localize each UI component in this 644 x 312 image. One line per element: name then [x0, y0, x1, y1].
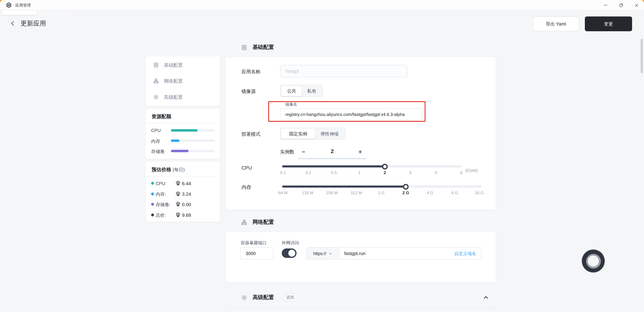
memory-tick[interactable]: 512 M: [351, 191, 362, 195]
deploy-mode-label: 部署模式: [242, 131, 260, 137]
app-name-input[interactable]: [280, 65, 408, 77]
price-row-cpu: CPU: 6.44: [146, 181, 220, 186]
sidebar-item-basic-config[interactable]: 基础配置: [146, 57, 220, 73]
container-port-input[interactable]: [240, 247, 274, 259]
cpu-tick[interactable]: 0.2: [306, 170, 311, 175]
token-coin-icon: [175, 191, 181, 196]
price-value: 0.00: [182, 202, 191, 207]
total-color-dot: [151, 213, 154, 216]
estimated-price-card: 预估价格 (每日) CPU: 6.44 内存: 3.24 存储卷: 0.00 总…: [146, 162, 220, 222]
memory-tick[interactable]: 64 M: [278, 191, 288, 195]
network-config-card: 网络配置 容器暴露端口 外网访问 https:// 自定义域名 + 添加端口: [226, 213, 496, 282]
image-name-input[interactable]: [280, 108, 422, 120]
restore-icon: [618, 3, 624, 8]
vertical-scrollbar[interactable]: [641, 39, 643, 73]
domain-input[interactable]: [339, 248, 434, 259]
token-coin-icon: [175, 181, 181, 186]
basic-config-card: 基础配置 应用名称 镜像源 公共 私有 镜像名 部署模式 固定实例 弹性伸缩 实…: [226, 38, 496, 210]
domain-field: 自定义域名: [339, 248, 481, 259]
memory-tick[interactable]: 16 G: [475, 191, 484, 195]
toggle-knob: [288, 250, 296, 257]
memory-tick[interactable]: 4 G: [427, 191, 433, 195]
storage-color-dot: [151, 203, 154, 206]
price-title: 预估价格 (每日): [152, 166, 185, 173]
deploy-mode-fixed-option[interactable]: 固定实例: [281, 129, 315, 139]
price-label: 内存:: [156, 191, 166, 197]
cpu-tick-selected[interactable]: 2: [384, 170, 386, 175]
quota-bar-memory-fill: [171, 139, 180, 142]
divider: [146, 123, 220, 123]
back-button[interactable]: [9, 20, 17, 27]
memory-slider-handle[interactable]: [403, 184, 409, 189]
memory-tick[interactable]: 1 G: [378, 191, 384, 195]
custom-domain-link[interactable]: 自定义域名: [454, 248, 476, 259]
token-coin-icon: [175, 212, 181, 217]
gear-icon: [153, 94, 159, 100]
memory-tick-selected[interactable]: 2 G: [402, 191, 409, 195]
price-title-text: 预估价格: [152, 167, 171, 172]
external-access-label: 外网访问: [282, 240, 299, 246]
price-value: 6.44: [182, 181, 191, 186]
app-name-label: 应用名称: [242, 69, 260, 75]
sidebar-item-label: 高级配置: [164, 94, 183, 100]
replicas-decrement-button[interactable]: −: [299, 147, 308, 157]
advanced-config-header[interactable]: 高级配置: [226, 288, 496, 307]
quota-bar-cpu-fill: [171, 129, 198, 132]
replicas-increment-button[interactable]: +: [356, 147, 365, 157]
cpu-slider-track[interactable]: 0.1 0.2 0.5 1 2 3 4 8: [282, 165, 462, 167]
cpu-tick[interactable]: 4: [435, 170, 437, 175]
memory-tick[interactable]: 256 M: [326, 191, 338, 195]
app-window: 应用管理 更新应用 导出 Yaml 变更 配置表单 YAML 文件 基础配置 网…: [0, 0, 644, 312]
title-bar: 应用管理: [0, 0, 644, 10]
cpu-tick[interactable]: 8: [460, 170, 462, 175]
close-button[interactable]: [630, 0, 644, 10]
sidebar-item-label: 基础配置: [164, 62, 183, 68]
click-indicator: [582, 249, 605, 273]
memory-tick[interactable]: 8 G: [452, 191, 458, 195]
image-source-public-option[interactable]: 公共: [281, 86, 302, 96]
container-port-label: 容器暴露端口: [241, 240, 266, 246]
quota-bar-cpu: [171, 129, 215, 132]
price-row-storage: 存储卷: 0.00: [146, 202, 220, 207]
price-subtitle: (每日): [172, 167, 185, 172]
restore-button[interactable]: [614, 0, 628, 10]
external-access-toggle[interactable]: [282, 248, 296, 258]
price-value: 9.68: [182, 212, 191, 218]
cpu-unit: (Core): [465, 168, 478, 173]
memory-color-dot: [151, 192, 154, 195]
quota-label-storage: 存储卷: [151, 148, 165, 155]
sidebar-item-network-config[interactable]: 网络配置: [146, 73, 220, 89]
memory-slider-track[interactable]: 64 M 128 M 256 M 512 M 1 G 2 G 4 G 8 G 1…: [282, 186, 482, 188]
image-source-private-option[interactable]: 私有: [302, 86, 322, 96]
minimize-icon: [603, 3, 608, 8]
apply-change-button[interactable]: 变更: [585, 17, 632, 31]
form-icon: [153, 62, 159, 68]
chevron-up-icon[interactable]: [483, 294, 489, 300]
quota-bar-storage-fill: [171, 150, 188, 152]
cpu-tick[interactable]: 1: [358, 170, 360, 175]
cpu-label: CPU: [242, 165, 252, 171]
chevron-down-icon: [329, 251, 332, 255]
export-yaml-button[interactable]: 导出 Yaml: [532, 17, 579, 31]
cpu-color-dot: [151, 182, 154, 185]
cpu-tick[interactable]: 3: [409, 170, 412, 175]
price-label: 总价:: [156, 212, 166, 218]
click-indicator-ring: [586, 254, 601, 268]
memory-tick[interactable]: 128 M: [302, 191, 313, 195]
deploy-mode-autoscale-option[interactable]: 弹性伸缩: [315, 129, 344, 139]
page-title: 更新应用: [20, 19, 46, 28]
cpu-tick[interactable]: 0.1: [280, 170, 286, 175]
replicas-value: 2: [324, 148, 340, 154]
network-icon: [241, 219, 247, 225]
cpu-slider-handle[interactable]: [382, 164, 388, 169]
price-value: 3.24: [182, 191, 191, 197]
advanced-config-card: 高级配置 选填: [226, 288, 496, 307]
price-label: 存储卷:: [156, 202, 170, 207]
minimize-button[interactable]: [598, 0, 612, 10]
cpu-tick[interactable]: 0.5: [331, 170, 337, 175]
protocol-select[interactable]: https://: [307, 248, 339, 259]
sidebar-item-advanced-config[interactable]: 高级配置: [146, 89, 220, 105]
quota-label-cpu: CPU: [151, 128, 161, 133]
image-source-segment: 公共 私有: [280, 85, 323, 97]
replicas-label: 实例数: [280, 149, 294, 155]
